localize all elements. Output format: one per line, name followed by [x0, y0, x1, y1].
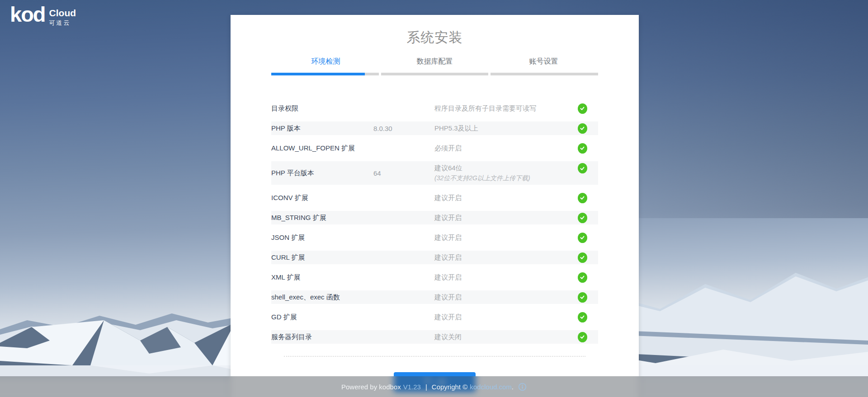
- check-requirement-text: 建议开启: [434, 292, 566, 303]
- check-requirement: 程序目录及所有子目录需要可读写: [434, 103, 566, 114]
- check-pass-icon: [578, 272, 587, 283]
- check-status: [566, 193, 598, 203]
- check-requirement-text: 必须开启: [434, 143, 566, 154]
- check-row: PHP 平台版本 64 建议64位 (32位不支持2G以上文件上传下载): [271, 161, 598, 185]
- check-requirement-text: PHP5.3及以上: [434, 123, 566, 134]
- logo-wordmark: kod: [10, 4, 45, 25]
- check-status: [566, 123, 598, 134]
- check-pass-icon: [578, 103, 587, 114]
- check-row: 目录权限 程序目录及所有子目录需要可读写: [271, 102, 598, 115]
- check-requirement: 建议开启: [434, 252, 566, 263]
- check-status: [566, 292, 598, 303]
- kodcloud-link[interactable]: kodcloud.com: [470, 383, 512, 391]
- version-link[interactable]: V1.23: [403, 383, 421, 391]
- check-pass-icon: [578, 143, 587, 154]
- check-pass-icon: [578, 163, 587, 173]
- footer-separator: |: [425, 383, 427, 391]
- progress-fill: [271, 73, 365, 75]
- check-row: GD 扩展 建议开启: [271, 310, 598, 324]
- check-row: ALLOW_URL_FOPEN 扩展 必须开启: [271, 141, 598, 155]
- check-row: ICONV 扩展 建议开启: [271, 191, 598, 205]
- page-title: 系统安装: [271, 28, 598, 47]
- check-requirement: 建议64位 (32位不支持2G以上文件上传下载): [434, 161, 566, 183]
- check-name: ICONV 扩展: [271, 194, 373, 202]
- check-pass-icon: [578, 193, 587, 203]
- tab-database-config[interactable]: 数据库配置: [380, 57, 489, 73]
- divider: [284, 356, 585, 357]
- info-icon[interactable]: [518, 383, 527, 391]
- logo-product-name-cn: 可道云: [49, 19, 76, 27]
- check-name: JSON 扩展: [271, 234, 373, 242]
- check-status: [566, 252, 598, 263]
- logo-product-name: Cloud: [49, 8, 76, 18]
- check-name: GD 扩展: [271, 313, 373, 322]
- check-name: 目录权限: [271, 104, 373, 113]
- step-progress-segment-3: [491, 73, 598, 75]
- check-table: 目录权限 程序目录及所有子目录需要可读写 PHP 版本 8.0.30 PHP5.…: [271, 102, 598, 344]
- check-requirement-text: 建议开启: [434, 213, 566, 223]
- check-status: [566, 272, 598, 283]
- page: kod Cloud 可道云 系统安装 环境检测 数据库配置 账号设置 目录权限 …: [0, 0, 868, 397]
- check-requirement: 建议开启: [434, 292, 566, 303]
- check-pass-icon: [578, 292, 587, 303]
- check-requirement: 建议开启: [434, 272, 566, 283]
- check-status: [566, 163, 598, 173]
- check-requirement-text: 建议64位: [434, 163, 566, 173]
- check-requirement-text: 建议开启: [434, 272, 566, 283]
- check-requirement-text: 建议开启: [434, 193, 566, 203]
- step-progress-segment-2: [381, 73, 489, 75]
- check-pass-icon: [578, 123, 587, 134]
- check-row: MB_STRING 扩展 建议开启: [271, 211, 598, 224]
- check-name: MB_STRING 扩展: [271, 214, 373, 222]
- check-status: [566, 312, 598, 322]
- tab-account-settings[interactable]: 账号设置: [489, 57, 598, 73]
- check-row: PHP 版本 8.0.30 PHP5.3及以上: [271, 121, 598, 135]
- check-value: 8.0.30: [373, 125, 434, 132]
- check-row: 服务器列目录 建议关闭: [271, 330, 598, 344]
- check-pass-icon: [578, 252, 587, 263]
- check-name: PHP 平台版本: [271, 169, 373, 177]
- tab-environment-check[interactable]: 环境检测: [271, 57, 380, 73]
- check-requirement-text: 建议开启: [434, 312, 566, 322]
- check-pass-icon: [578, 332, 587, 342]
- check-requirement: 建议开启: [434, 233, 566, 243]
- check-value: 64: [373, 169, 434, 177]
- check-name: 服务器列目录: [271, 333, 373, 341]
- check-requirement: 建议关闭: [434, 332, 566, 342]
- footer-period: .: [512, 383, 514, 391]
- check-requirement-text: 程序目录及所有子目录需要可读写: [434, 103, 566, 114]
- powered-by-text: Powered by kodbox: [341, 383, 401, 391]
- check-status: [566, 233, 598, 243]
- check-name: ALLOW_URL_FOPEN 扩展: [271, 144, 373, 153]
- check-requirement: PHP5.3及以上: [434, 123, 566, 134]
- kodcloud-logo: kod Cloud 可道云: [10, 4, 76, 27]
- check-status: [566, 103, 598, 114]
- check-requirement-text: 建议关闭: [434, 332, 566, 342]
- check-name: PHP 版本: [271, 124, 373, 133]
- check-row: CURL 扩展 建议开启: [271, 251, 598, 264]
- step-progress-track: [271, 73, 598, 75]
- check-name: shell_exec、exec 函数: [271, 293, 373, 302]
- check-status: [566, 332, 598, 342]
- check-pass-icon: [578, 312, 587, 322]
- installer-card: 系统安装 环境检测 数据库配置 账号设置 目录权限 程序目录及所有子目录需要可读…: [231, 15, 639, 397]
- check-requirement: 必须开启: [434, 143, 566, 154]
- check-row: shell_exec、exec 函数 建议开启: [271, 290, 598, 304]
- check-requirement: 建议开启: [434, 213, 566, 223]
- check-name: CURL 扩展: [271, 253, 373, 262]
- footer-bar: Powered by kodbox V1.23 | Copyright © ko…: [0, 376, 868, 397]
- check-requirement-text: 建议开启: [434, 233, 566, 243]
- check-name: XML 扩展: [271, 273, 373, 282]
- check-row: JSON 扩展 建议开启: [271, 231, 598, 244]
- check-requirement: 建议开启: [434, 193, 566, 203]
- check-row: XML 扩展 建议开启: [271, 271, 598, 284]
- check-status: [566, 213, 598, 223]
- check-pass-icon: [578, 213, 587, 223]
- installer-steps: 环境检测 数据库配置 账号设置: [271, 57, 598, 73]
- check-requirement-note: (32位不支持2G以上文件上传下载): [434, 173, 566, 183]
- step-progress-segment-1: [271, 73, 379, 75]
- copyright-text: Copyright ©: [432, 383, 467, 391]
- check-requirement-text: 建议开启: [434, 252, 566, 263]
- check-pass-icon: [578, 233, 587, 243]
- check-status: [566, 143, 598, 154]
